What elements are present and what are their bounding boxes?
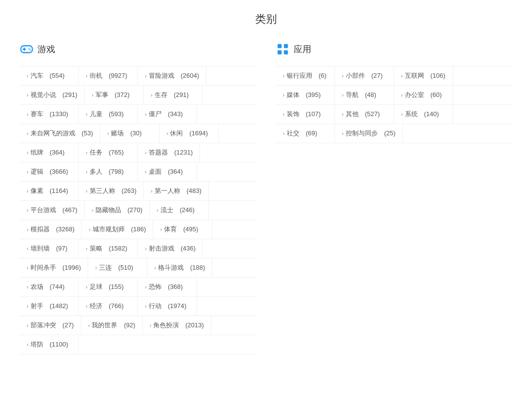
tag-item[interactable]: ›街机 (9927) [79, 66, 138, 85]
tag-item[interactable]: ›控制与同步 (25) [335, 124, 403, 143]
tag-item[interactable]: ›视觉小说 (291) [20, 86, 85, 104]
tag-arrow-icon: › [107, 130, 109, 136]
apps-section: 应用 ›银行应用 (6)›小部件 (27)›互联网 (106)›媒体 (395)… [276, 42, 512, 354]
tag-item[interactable]: ›城市规划师 (186) [82, 220, 153, 239]
tag-item[interactable]: ›足球 (155) [79, 278, 138, 296]
apps-tags-grid: ›银行应用 (6)›小部件 (27)›互联网 (106)›媒体 (395)›导航… [276, 66, 512, 143]
tag-arrow-icon: › [86, 246, 88, 252]
tag-arrow-icon: › [27, 111, 29, 117]
tag-arrow-icon: › [27, 188, 29, 194]
tag-item[interactable]: ›塔防 (1100) [20, 335, 79, 354]
svg-rect-5 [278, 44, 282, 48]
tag-item[interactable]: ›像素 (1164) [20, 182, 79, 200]
tag-arrow-icon: › [27, 322, 29, 328]
tag-item[interactable]: ›桌面 (364) [138, 162, 197, 181]
tag-arrow-icon: › [27, 342, 29, 347]
tag-item[interactable]: ›逻辑 (3666) [20, 162, 79, 181]
apps-section-header: 应用 [276, 42, 512, 56]
tag-item[interactable]: ›我的世界 (92) [81, 316, 143, 335]
tag-row: ›银行应用 (6)›小部件 (27)›互联网 (106) [276, 66, 512, 85]
tag-item[interactable]: ›隐藏物品 (270) [85, 201, 150, 220]
tag-arrow-icon: › [401, 73, 403, 79]
tag-item[interactable]: ›流士 (246) [150, 201, 209, 220]
tag-item[interactable]: ›平台游戏 (467) [20, 201, 85, 220]
tag-item[interactable]: ›汽车 (554) [20, 66, 79, 85]
tag-item[interactable]: ›生存 (291) [144, 86, 203, 104]
tag-item[interactable]: ›墙到墙 (97) [20, 239, 79, 258]
tag-arrow-icon: › [145, 150, 147, 156]
tag-row: ›逻辑 (3666)›多人 (798)›桌面 (364) [20, 162, 256, 181]
tag-item[interactable]: ›经济 (766) [79, 297, 138, 315]
tag-arrow-icon: › [283, 111, 285, 117]
tag-item[interactable]: ›纸牌 (364) [20, 143, 79, 162]
tag-arrow-icon: › [89, 226, 91, 232]
tag-item[interactable]: ›三连 (510) [88, 258, 147, 277]
tag-item[interactable]: ›来自网飞的游戏 (53) [20, 124, 100, 143]
tag-arrow-icon: › [88, 322, 90, 328]
tag-item[interactable]: ›模拟器 (3268) [20, 220, 82, 239]
tag-row: ›部落冲突 (27)›我的世界 (92)›角色扮演 (2013) [20, 315, 256, 335]
tag-arrow-icon: › [157, 207, 159, 213]
tag-item[interactable]: ›社交 (69) [276, 124, 335, 143]
tag-arrow-icon: › [86, 150, 88, 156]
tag-item[interactable]: ›军事 (372) [85, 86, 144, 104]
tag-arrow-icon: › [145, 73, 147, 79]
tag-item[interactable]: ›第三人称 (263) [79, 182, 144, 200]
tag-arrow-icon: › [27, 265, 29, 271]
tag-row: ›像素 (1164)›第三人称 (263)›第一人称 (483) [20, 181, 256, 200]
tag-item[interactable]: ›僵尸 (343) [138, 105, 197, 124]
svg-rect-7 [278, 50, 282, 54]
tag-arrow-icon: › [86, 284, 88, 290]
tag-item[interactable]: ›射手 (1482) [20, 297, 79, 315]
tag-row: ›射手 (1482)›经济 (766)›行动 (1974) [20, 296, 256, 315]
tag-row: ›模拟器 (3268)›城市规划师 (186)›体育 (495) [20, 220, 256, 239]
page-title: 类别 [0, 0, 532, 42]
tag-item[interactable]: ›办公室 (60) [394, 86, 453, 104]
tag-item[interactable]: ›部落冲突 (27) [20, 316, 81, 335]
tag-item[interactable]: ›多人 (798) [79, 162, 138, 181]
tag-arrow-icon: › [27, 226, 29, 232]
tag-item[interactable]: ›小部件 (27) [335, 66, 394, 85]
tag-item[interactable]: ›互联网 (106) [394, 66, 453, 85]
tag-arrow-icon: › [154, 265, 156, 271]
tag-item[interactable]: ›恐怖 (368) [138, 278, 197, 296]
tag-arrow-icon: › [92, 92, 94, 98]
tag-item[interactable]: ›答题器 (1231) [138, 143, 200, 162]
tag-row: ›墙到墙 (97)›策略 (1582)›射击游戏 (436) [20, 239, 256, 258]
tag-item[interactable]: ›任务 (765) [79, 143, 138, 162]
svg-rect-8 [284, 50, 288, 54]
tag-item[interactable]: ›赛车 (1330) [20, 105, 79, 124]
tag-item[interactable]: ›农场 (744) [20, 278, 79, 296]
tag-item[interactable]: ›装饰 (107) [276, 105, 335, 124]
svg-point-3 [29, 48, 30, 49]
tag-item[interactable]: ›第一人称 (483) [144, 182, 209, 200]
tag-item[interactable]: ›体育 (495) [153, 220, 212, 239]
tag-arrow-icon: › [86, 188, 88, 194]
tag-item[interactable]: ›休闲 (1694) [160, 124, 219, 143]
tag-item[interactable]: ›银行应用 (6) [276, 66, 335, 85]
tag-item[interactable]: ›角色扮演 (2013) [143, 316, 211, 335]
tag-item[interactable]: ›系统 (140) [394, 105, 453, 124]
svg-point-4 [30, 49, 31, 50]
tag-item[interactable]: ›媒体 (395) [276, 86, 335, 104]
tag-row: ›媒体 (395)›导航 (48)›办公室 (60) [276, 85, 512, 104]
tag-item[interactable]: ›策略 (1582) [79, 239, 138, 258]
tag-arrow-icon: › [283, 130, 285, 136]
tag-item[interactable]: ›赌场 (30) [100, 124, 160, 143]
tag-arrow-icon: › [166, 130, 168, 136]
tag-item[interactable]: ›行动 (1974) [138, 297, 197, 315]
tag-arrow-icon: › [95, 265, 97, 271]
tag-item[interactable]: ›射击游戏 (436) [138, 239, 203, 258]
tag-item[interactable]: ›导航 (48) [335, 86, 394, 104]
tag-item[interactable]: ›时间杀手 (1996) [20, 258, 88, 277]
tag-item[interactable]: ›冒险游戏 (2604) [138, 66, 206, 85]
tag-item[interactable]: ›其他 (527) [335, 105, 394, 124]
tag-arrow-icon: › [401, 92, 403, 98]
tag-row: ›纸牌 (364)›任务 (765)›答题器 (1231) [20, 143, 256, 162]
tag-item[interactable]: ›儿童 (593) [79, 105, 138, 124]
tag-arrow-icon: › [342, 130, 344, 136]
tag-arrow-icon: › [145, 246, 147, 252]
tag-arrow-icon: › [92, 207, 94, 213]
tag-arrow-icon: › [342, 73, 344, 79]
tag-item[interactable]: ›格斗游戏 (188) [147, 258, 212, 277]
